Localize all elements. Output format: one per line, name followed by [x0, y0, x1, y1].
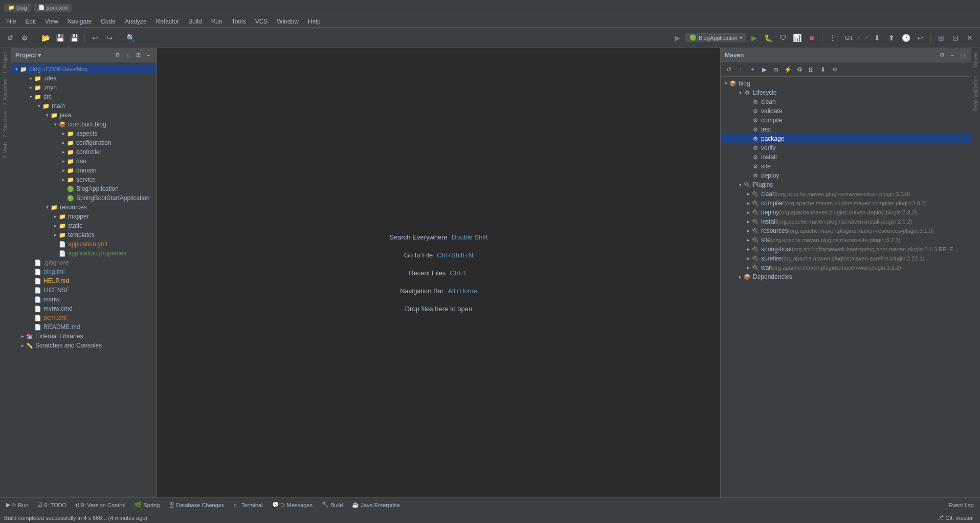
- toolbar-saveall-btn[interactable]: 💾: [68, 32, 80, 44]
- sidebar-item-structure[interactable]: 7: Structure: [2, 109, 9, 140]
- tree-item-extlibs[interactable]: ▸ 📚 External Libraries: [11, 332, 157, 341]
- tree-item-mvnw[interactable]: 📄 mvnw: [11, 295, 157, 304]
- tree-item-java[interactable]: ▾ 📁 java: [11, 111, 157, 120]
- menu-window[interactable]: Window: [273, 17, 303, 26]
- maven-plugin-resources[interactable]: ▸ 🔌 resources (org.apache.maven.plugins:…: [721, 226, 971, 235]
- tree-item-helpmd[interactable]: 📄 HELP.md: [11, 276, 157, 286]
- maven-item-test[interactable]: ⚙ test: [721, 125, 971, 134]
- tree-item-readme[interactable]: 📄 README.md: [11, 322, 157, 332]
- tree-item-main[interactable]: ▾ 📁 main: [11, 101, 157, 111]
- tab-java-enterprise[interactable]: ☕ Java Enterprise: [348, 499, 404, 511]
- toolbar-redo-btn[interactable]: ↪: [103, 32, 116, 44]
- tree-item-blogiml[interactable]: 📄 blog.iml: [11, 267, 157, 276]
- tree-item-configuration[interactable]: ▸ 📁 configuration: [11, 138, 157, 147]
- tree-item-blog-root[interactable]: ▾ 📁 blog ~/CODE/Java/blog: [11, 64, 157, 74]
- menu-code[interactable]: Code: [97, 17, 120, 26]
- maven-item-install[interactable]: ⚙ install: [721, 152, 971, 162]
- maven-item-validate[interactable]: ⚙ validate: [721, 106, 971, 116]
- tree-item-appyml[interactable]: 📄 appication.yml: [11, 239, 157, 249]
- tree-item-dao[interactable]: ▸ 📁 dao: [11, 157, 157, 166]
- tree-item-springbootstart[interactable]: 🟢 SpringBootStartApplication: [11, 193, 157, 203]
- tab-run[interactable]: ▶ 4: Run: [2, 499, 32, 511]
- toolbar-coverage-btn[interactable]: 🛡: [777, 32, 789, 44]
- toolbar-more-btn[interactable]: ⋮: [827, 32, 839, 44]
- sidebar-item-project[interactable]: 1: Project: [2, 50, 9, 76]
- menu-navigate[interactable]: Navigate: [63, 17, 96, 26]
- maven-columns-btn[interactable]: ⊞: [806, 64, 816, 75]
- tree-item-pomxml[interactable]: 📄 pom.xml: [11, 313, 157, 322]
- maven-minimize-btn[interactable]: −: [948, 51, 956, 59]
- maven-test-btn[interactable]: ⚡: [783, 64, 793, 75]
- menu-tools[interactable]: Tools: [228, 17, 250, 26]
- tab-event-log[interactable]: Event Log: [944, 499, 978, 511]
- toolbar-git-push-btn[interactable]: ⬆: [885, 32, 898, 44]
- maven-item-package[interactable]: ⚙ package: [721, 134, 971, 143]
- tree-item-mvnwcmd[interactable]: 📄 mvnw.cmd: [11, 304, 157, 313]
- menu-help[interactable]: Help: [304, 17, 325, 26]
- tree-item-idea[interactable]: ▸ 📁 .idea: [11, 74, 157, 83]
- tree-item-service[interactable]: ▸ 📁 service: [11, 175, 157, 184]
- tree-item-com-buct[interactable]: ▾ 📦 com.buct.blog: [11, 120, 157, 129]
- right-label-bean-validation[interactable]: Bean Validation: [972, 72, 979, 115]
- maven-skip-btn[interactable]: m: [771, 64, 781, 75]
- tab-terminal[interactable]: >_ Terminal: [229, 499, 266, 511]
- maven-item-clean[interactable]: ⚙ clean: [721, 97, 971, 106]
- toolbar-git-pull-btn[interactable]: ⬇: [871, 32, 883, 44]
- run-config-selector[interactable]: 🟢 BlogApplication ▾: [685, 33, 746, 42]
- menu-refactor[interactable]: Refactor: [152, 17, 183, 26]
- tree-item-license[interactable]: 📄 LICENSE: [11, 286, 157, 295]
- right-label-maven[interactable]: Maven: [972, 48, 979, 72]
- menu-vcs[interactable]: VCS: [251, 17, 272, 26]
- maven-item-site[interactable]: ⚙ site: [721, 162, 971, 171]
- maven-plugin-springboot[interactable]: ▸ 🔌 spring-boot (org.springframework.boo…: [721, 245, 971, 254]
- maven-item-lifecycle[interactable]: ▾ ♻ Lifecycle: [721, 88, 971, 97]
- maven-download-btn[interactable]: ⬇: [818, 64, 828, 75]
- status-git[interactable]: ⎇ Git: master: [934, 514, 976, 521]
- tab-messages[interactable]: 💬 0: Messages: [268, 499, 317, 511]
- toolbar-stop-btn[interactable]: ■: [806, 32, 818, 44]
- tab-version-control[interactable]: ⑆ 9: Version Control: [72, 499, 129, 511]
- toolbar-undo-btn[interactable]: ↩: [89, 32, 101, 44]
- menu-build[interactable]: Build: [184, 17, 206, 26]
- tree-item-mapper[interactable]: ▸ 📁 mapper: [11, 212, 157, 221]
- tree-item-templates[interactable]: ▸ 📁 templates: [11, 230, 157, 239]
- toolbar-search-btn[interactable]: 🔍: [124, 32, 137, 44]
- tree-item-aspects[interactable]: ▸ 📁 aspects: [11, 129, 157, 138]
- tree-item-src[interactable]: ▾ 📁 src: [11, 92, 157, 101]
- maven-lifecycle-btn[interactable]: ♻: [794, 64, 805, 75]
- maven-item-compile[interactable]: ⚙ compile: [721, 116, 971, 125]
- tree-item-domain[interactable]: ▸ 📁 domain: [11, 166, 157, 175]
- toolbar-open-btn[interactable]: 📂: [39, 32, 52, 44]
- maven-settings-btn[interactable]: ⚙: [938, 51, 946, 59]
- panel-config-btn[interactable]: ⊞: [134, 51, 142, 59]
- tab-database-changes[interactable]: 🗄 Database Changes: [165, 499, 228, 511]
- panel-close-btn[interactable]: −: [144, 51, 152, 59]
- tab-pomxml[interactable]: 📄 pom.xml: [34, 4, 72, 12]
- maven-add-btn[interactable]: +: [747, 64, 758, 75]
- maven-item-blog[interactable]: ▾ 📦 blog: [721, 79, 971, 88]
- maven-item-deploy[interactable]: ⚙ deploy: [721, 171, 971, 180]
- toolbar-save-btn[interactable]: 💾: [54, 32, 66, 44]
- maven-plugin-deploy[interactable]: ▸ 🔌 deploy (org.apache.maven.plugins:mav…: [721, 208, 971, 217]
- sidebar-item-web[interactable]: 8: Web: [2, 140, 9, 161]
- tree-item-appprops[interactable]: 📄 application.properties: [11, 249, 157, 258]
- toolbar-close-btn[interactable]: ✕: [964, 32, 976, 44]
- menu-analyze[interactable]: Analyze: [121, 17, 151, 26]
- maven-plugin-clean[interactable]: ▸ 🔌 clean (org.apache.maven.plugins:mave…: [721, 189, 971, 199]
- maven-up-btn[interactable]: ↑: [736, 64, 746, 75]
- tree-item-controller[interactable]: ▸ 📁 controller: [11, 147, 157, 157]
- maven-plugin-install[interactable]: ▸ 🔌 install (org.apache.maven.plugins:ma…: [721, 217, 971, 226]
- maven-item-dependencies[interactable]: ▸ 📦 Dependencies: [721, 272, 971, 281]
- toolbar-run-green-btn[interactable]: ▶: [671, 32, 683, 44]
- tab-blog[interactable]: 📁 blog: [4, 4, 31, 12]
- tab-spring[interactable]: 🌿 Spring: [130, 499, 164, 511]
- tree-item-resources[interactable]: ▾ 📁 resources: [11, 203, 157, 212]
- toolbar-git-rollback-btn[interactable]: ↩: [914, 32, 926, 44]
- tree-item-static[interactable]: ▸ 📁 static: [11, 221, 157, 230]
- toolbar-sync-btn[interactable]: ↺: [4, 32, 16, 44]
- maven-config-btn[interactable]: ⚙: [830, 64, 840, 75]
- toolbar-maximize-btn[interactable]: ⊞: [935, 32, 947, 44]
- tab-todo[interactable]: ☑ 6: TODO: [33, 499, 71, 511]
- maven-plugin-surefire[interactable]: ▸ 🔌 surefire (org.apache.maven.plugins:m…: [721, 254, 971, 263]
- maven-reload-btn[interactable]: ↺: [724, 64, 734, 75]
